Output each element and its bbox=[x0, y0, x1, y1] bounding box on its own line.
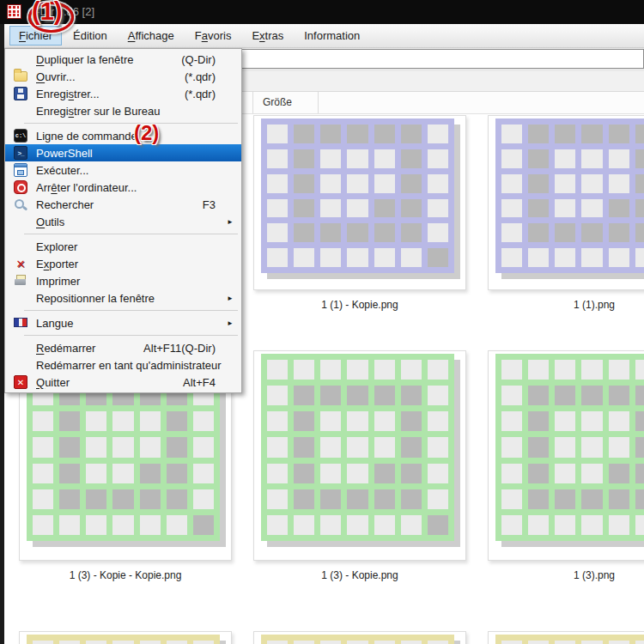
grid-cell bbox=[528, 360, 549, 380]
grid-cell bbox=[581, 149, 602, 168]
menu-item-label: Exécuter... bbox=[36, 164, 88, 177]
menu-item-label: Exporter bbox=[36, 258, 78, 270]
grid-cell bbox=[609, 489, 629, 509]
menu-item-enregistrer[interactable]: Enregistrer...(*.qdr) bbox=[5, 85, 241, 102]
grid-cell bbox=[59, 489, 80, 509]
grid-cell bbox=[374, 515, 395, 535]
menu-item-langue[interactable]: Langue► bbox=[5, 314, 241, 331]
grid-cell bbox=[401, 411, 422, 431]
grid-cell bbox=[609, 437, 629, 457]
menu-item-redemarrer-en-tant-qu-administrateur[interactable]: Redémarrer en tant qu'administrateur bbox=[5, 356, 241, 374]
grid-cell bbox=[555, 437, 575, 457]
grid-cell bbox=[635, 386, 644, 405]
grid-cell bbox=[193, 515, 214, 535]
grid-cell bbox=[167, 641, 187, 644]
menu-item-executer[interactable]: Exécuter... bbox=[5, 161, 241, 179]
menubar-item-information[interactable]: Information bbox=[295, 26, 369, 46]
column-header-groesse[interactable]: Größe bbox=[252, 92, 319, 113]
grid-cell bbox=[609, 515, 629, 535]
grid-cell bbox=[140, 464, 161, 483]
menubar-item-extras[interactable]: Extras bbox=[242, 26, 293, 46]
grid-cell bbox=[374, 125, 395, 143]
grid-cell bbox=[267, 437, 288, 457]
menu-item-ligne-de-commande[interactable]: c:\Ligne de commande bbox=[5, 127, 241, 144]
grid-cell bbox=[401, 149, 422, 168]
grid-cell bbox=[501, 360, 522, 380]
grid-cell bbox=[501, 386, 522, 405]
menu-item-arreter-l-ordinateur[interactable]: Arrêter l'ordinateur... bbox=[5, 179, 241, 196]
search-icon bbox=[14, 197, 27, 211]
grid-cell bbox=[528, 411, 549, 431]
grid-cell bbox=[167, 437, 187, 457]
grid-cell bbox=[167, 464, 187, 483]
qdir-app-icon[interactable] bbox=[7, 4, 21, 19]
grid-cell bbox=[140, 489, 161, 509]
flag-icon bbox=[14, 318, 27, 327]
menu-item-explorer[interactable]: Explorer bbox=[5, 238, 241, 255]
grid-cell bbox=[193, 641, 214, 644]
q-grid-image bbox=[495, 635, 644, 644]
grid-cell bbox=[401, 437, 422, 457]
grid-cell bbox=[294, 641, 314, 644]
grid-cell bbox=[501, 199, 522, 218]
grid-cell bbox=[112, 464, 133, 483]
grid-cell bbox=[347, 411, 368, 431]
q-grid-image bbox=[495, 118, 644, 273]
grid-cell bbox=[267, 149, 288, 168]
menu-item-rechercher[interactable]: RechercherF3 bbox=[5, 196, 241, 213]
grid-cell bbox=[193, 464, 214, 483]
grid-cell bbox=[320, 125, 341, 143]
menu-item-label: Arrêter l'ordinateur... bbox=[36, 181, 137, 194]
grid-cell bbox=[294, 515, 314, 535]
grid-cell bbox=[347, 360, 368, 380]
menu-item-shortcut: F3 bbox=[203, 198, 234, 211]
grid-cell bbox=[555, 248, 575, 267]
grid-cell bbox=[320, 489, 341, 509]
menubar-item-edition[interactable]: Édition bbox=[64, 26, 117, 46]
grid-cell bbox=[347, 464, 368, 483]
grid-cell bbox=[267, 174, 288, 193]
grid-cell bbox=[635, 149, 644, 168]
grid-cell bbox=[635, 515, 644, 535]
menubar-item-affichage[interactable]: Affichage bbox=[118, 26, 184, 46]
menu-item-outils[interactable]: Outils► bbox=[5, 213, 241, 230]
grid-cell bbox=[501, 149, 522, 168]
menu-item-ouvrir[interactable]: Ouvrir...(*.qdr) bbox=[5, 68, 241, 85]
grid-cell bbox=[609, 149, 629, 168]
grid-cell bbox=[428, 641, 448, 644]
menu-item-redemarrer[interactable]: RedémarrerAlt+F11(Q-Dir) bbox=[5, 339, 241, 356]
grid-cell bbox=[635, 411, 644, 431]
annotation-step-2: (2) bbox=[134, 121, 159, 145]
menu-item-exporter[interactable]: ✕Exporter bbox=[5, 255, 241, 272]
grid-cell bbox=[347, 437, 368, 457]
grid-cell bbox=[374, 489, 395, 509]
grid-cell bbox=[112, 489, 133, 509]
menu-item-powershell[interactable]: >_PowerShell bbox=[5, 144, 241, 161]
menu-item-quitter[interactable]: ✕QuitterAlt+F4 bbox=[5, 374, 241, 391]
menu-item-dupliquer-la-fenetre[interactable]: Dupliquer la fenêtre(Q-Dir) bbox=[5, 51, 241, 68]
grid-cell bbox=[294, 464, 314, 483]
floppy-icon bbox=[14, 87, 27, 100]
grid-cell bbox=[581, 248, 602, 267]
menu-item-label: Imprimer bbox=[36, 275, 80, 288]
menubar-item-favoris[interactable]: Favoris bbox=[185, 26, 241, 46]
menu-item-repositionner-la-fenetre[interactable]: Repositionner la fenêtre► bbox=[5, 289, 241, 307]
grid-cell bbox=[528, 248, 549, 267]
grid-cell bbox=[609, 386, 629, 405]
thumbnail-frame bbox=[253, 631, 466, 644]
grid-cell bbox=[428, 174, 448, 193]
menu-item-label: Enregistrer sur le Bureau bbox=[36, 105, 161, 118]
grid-cell bbox=[294, 223, 314, 242]
grid-cell bbox=[374, 223, 395, 242]
grid-cell bbox=[581, 641, 602, 644]
menu-item-enregistrer-sur-le-bureau[interactable]: Enregistrer sur le Bureau bbox=[5, 102, 241, 119]
grid-cell bbox=[347, 489, 368, 509]
thumbnail-frame bbox=[253, 115, 466, 290]
grid-cell bbox=[501, 411, 522, 431]
grid-cell bbox=[267, 641, 288, 644]
grid-cell bbox=[501, 223, 522, 242]
menu-item-imprimer[interactable]: Imprimer bbox=[5, 272, 241, 289]
grid-cell bbox=[635, 437, 644, 457]
menu-item-label: Redémarrer en tant qu'administrateur bbox=[36, 359, 222, 372]
grid-cell bbox=[555, 411, 575, 431]
